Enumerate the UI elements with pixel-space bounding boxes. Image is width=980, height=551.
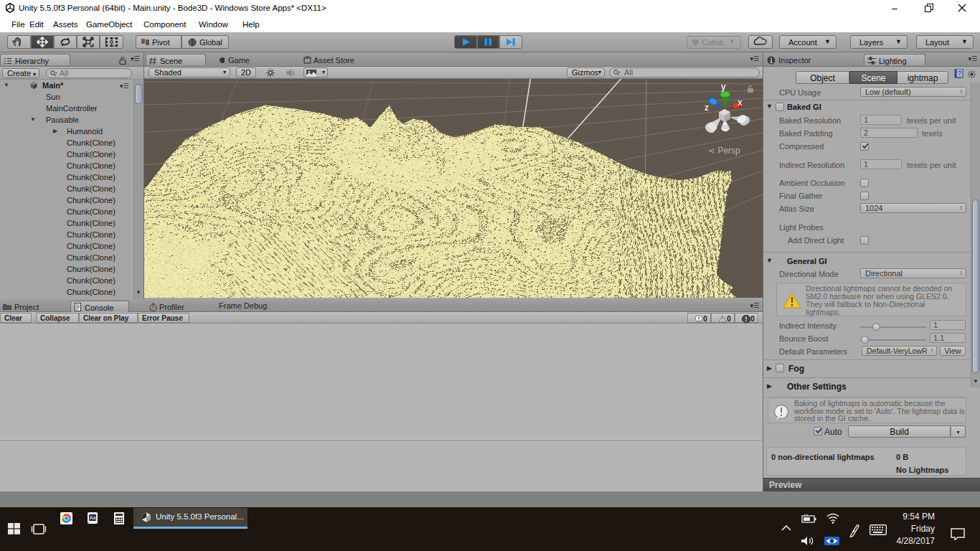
svg-text:y: y — [721, 82, 726, 92]
svg-text:x: x — [738, 98, 743, 108]
svg-text:⋖ Persp: ⋖ Persp — [708, 146, 740, 156]
svg-text:?: ? — [958, 70, 961, 77]
svg-text:z: z — [705, 103, 709, 113]
